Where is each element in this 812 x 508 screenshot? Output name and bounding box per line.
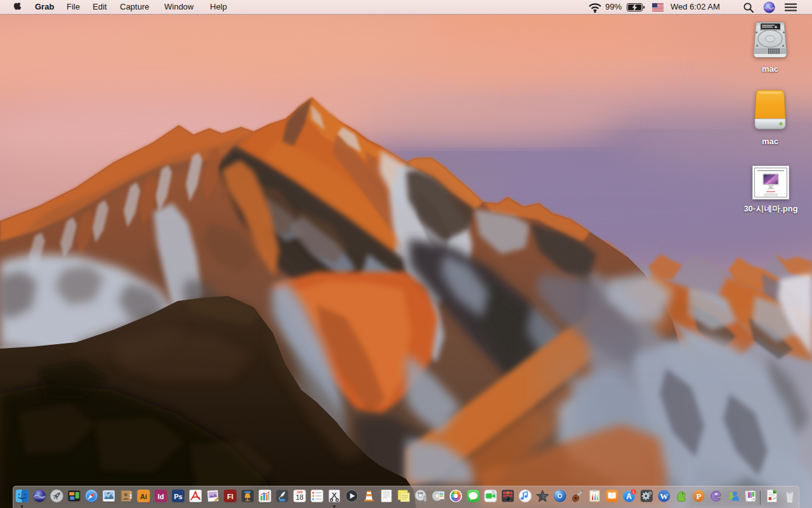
svg-text:Id: Id (158, 493, 164, 500)
svg-text:P: P (696, 491, 701, 501)
svg-text:A: A (626, 492, 632, 501)
svg-text:W: W (660, 491, 668, 501)
svg-text:1: 1 (632, 490, 635, 494)
svg-text:Fl: Fl (227, 493, 233, 500)
svg-text:Ps: Ps (174, 493, 182, 500)
svg-text:DVD: DVD (418, 491, 424, 495)
svg-text:18: 18 (296, 493, 303, 501)
svg-text:Ai: Ai (140, 493, 147, 500)
